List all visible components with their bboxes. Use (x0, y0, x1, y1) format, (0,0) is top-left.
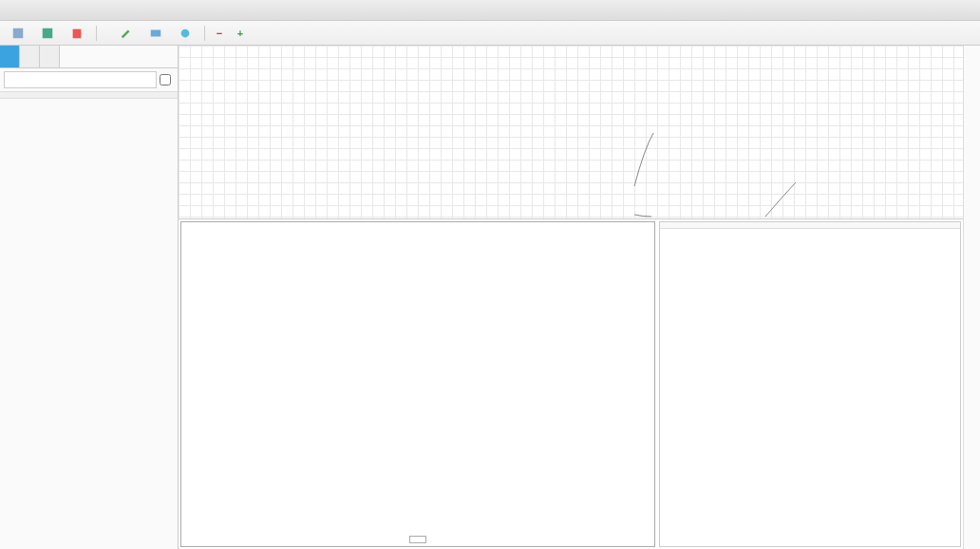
edit-sql-button[interactable] (114, 25, 141, 42)
filter-row (0, 68, 178, 92)
list-header (0, 92, 178, 99)
save-draft-icon (11, 27, 25, 40)
tab-table-list[interactable] (0, 46, 20, 67)
svg-point-4 (181, 28, 190, 37)
bottom-results (179, 218, 963, 549)
svg-rect-2 (73, 28, 82, 38)
right-strip (963, 46, 980, 549)
zoom-controls: − + (213, 27, 247, 40)
delete-button[interactable] (65, 25, 92, 42)
window-title-bar (0, 0, 980, 21)
separator (96, 26, 97, 41)
delete-icon (70, 27, 84, 40)
svg-rect-0 (13, 28, 24, 38)
results-table-wrapper[interactable] (660, 229, 960, 546)
preview-button[interactable] (173, 25, 200, 42)
pager (660, 222, 960, 229)
separator (204, 26, 205, 41)
save-button[interactable] (35, 25, 63, 42)
preview-icon (179, 27, 192, 40)
view-icon (149, 27, 162, 40)
exclude-checkbox[interactable] (160, 74, 171, 85)
save-icon (41, 27, 54, 40)
panel-tabs (0, 46, 178, 68)
filter-input[interactable] (4, 71, 157, 88)
toolbar: − + (0, 21, 980, 46)
results-pane (659, 221, 961, 547)
svg-rect-3 (151, 29, 161, 36)
tab-view-list[interactable] (20, 46, 40, 67)
table-list[interactable] (0, 99, 178, 549)
zoom-in-button[interactable]: + (234, 27, 247, 40)
pencil-icon (120, 27, 133, 40)
svg-rect-1 (43, 28, 53, 38)
chart-legend (409, 536, 426, 543)
zoom-out-button[interactable]: − (213, 27, 226, 40)
left-panel (0, 46, 179, 549)
canvas-area[interactable] (179, 46, 963, 549)
pie-chart (181, 222, 654, 517)
show-sql-button[interactable] (101, 31, 112, 35)
temp-save-button[interactable] (6, 25, 33, 42)
tab-other[interactable] (40, 46, 60, 67)
create-view-button[interactable] (143, 25, 171, 42)
chart-pane (180, 221, 655, 547)
